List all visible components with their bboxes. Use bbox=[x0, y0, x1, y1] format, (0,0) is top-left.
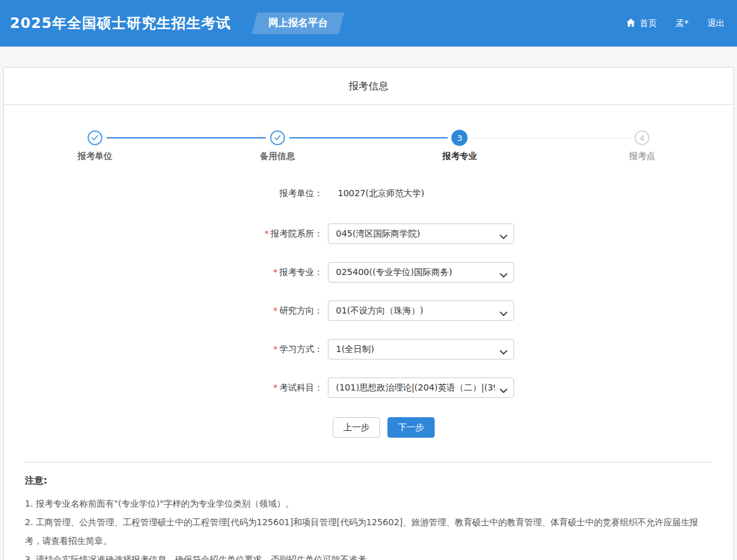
department-label: *报考院系所： bbox=[224, 228, 328, 240]
study-mode-row: *学习方式： 1(全日制) bbox=[4, 339, 733, 359]
nav-home-label: 首页 bbox=[640, 18, 657, 29]
required-asterisk: * bbox=[273, 382, 278, 392]
note-item-2: 2. 工商管理、公共管理、工程管理硕士中的工程管理[代码为125601]和项目管… bbox=[25, 513, 712, 550]
main-card: 报考信息 报考单位 bbox=[3, 67, 734, 560]
step-label: 备用信息 bbox=[260, 151, 295, 162]
required-asterisk: * bbox=[273, 305, 278, 315]
unit-row: 报考单位： 10027(北京师范大学) bbox=[4, 183, 733, 204]
research-direction-row: *研究方向： 01(不设方向（珠海）) bbox=[4, 300, 733, 321]
required-asterisk: * bbox=[265, 228, 269, 238]
stepper: 报考单位 备用信息 3 报考专业 bbox=[4, 130, 733, 162]
step-circle-done bbox=[270, 130, 285, 145]
header-bar: 2025年全国硕士研究生招生考试 网上报名平台 首页 孟* 退出 bbox=[0, 0, 737, 47]
research-direction-select[interactable]: 01(不设方向（珠海）) bbox=[328, 300, 514, 321]
nav-logout-link[interactable]: 退出 bbox=[707, 18, 725, 29]
chevron-down-icon bbox=[500, 270, 507, 280]
research-direction-label: *研究方向： bbox=[224, 305, 328, 317]
step-label: 报考点 bbox=[629, 151, 655, 162]
major-select[interactable]: 025400((专业学位)国际商务) bbox=[328, 262, 514, 282]
check-icon bbox=[274, 133, 281, 143]
step-item-backup-info: 备用信息 bbox=[186, 130, 369, 162]
required-asterisk: * bbox=[273, 267, 278, 277]
check-icon bbox=[91, 133, 99, 143]
next-step-button[interactable]: 下一步 bbox=[387, 417, 435, 438]
home-icon bbox=[626, 18, 636, 29]
notes-heading: 注意: bbox=[25, 475, 712, 487]
step-number: 3 bbox=[457, 133, 462, 143]
nav-username[interactable]: 孟* bbox=[676, 18, 689, 29]
unit-value: 10027(北京师范大学) bbox=[328, 188, 424, 199]
department-row: *报考院系所： 045(湾区国际商学院) bbox=[4, 224, 733, 244]
step-item-unit: 报考单位 bbox=[4, 130, 186, 162]
study-mode-label: *学习方式： bbox=[224, 344, 328, 355]
unit-label: 报考单位： bbox=[224, 188, 328, 199]
chevron-down-icon bbox=[500, 232, 507, 242]
step-circle-done bbox=[88, 130, 102, 145]
exam-subjects-select[interactable]: (101)思想政治理论|(204)英语（二）|(39… bbox=[328, 377, 514, 398]
page-title: 报考信息 bbox=[4, 68, 733, 105]
chevron-down-icon bbox=[500, 386, 507, 395]
required-asterisk: * bbox=[273, 344, 278, 354]
prev-step-button[interactable]: 上一步 bbox=[333, 417, 380, 438]
form-buttons: 上一步 下一步 bbox=[4, 417, 733, 438]
study-mode-select[interactable]: 1(全日制) bbox=[328, 339, 514, 359]
note-item-3: 3. 请结合实际情况准确选择报考信息，确保符合招生单位要求，否则招生单位可能不准… bbox=[25, 550, 712, 560]
platform-badge: 网上报名平台 bbox=[255, 12, 341, 34]
note-item-1: 1. 报考专业名称前面有"(专业学位)"字样的为专业学位类别（领域）。 bbox=[25, 494, 712, 513]
step-item-exam-site: 4 报考点 bbox=[551, 130, 733, 162]
platform-badge-label: 网上报名平台 bbox=[268, 17, 328, 30]
step-item-major: 3 报考专业 bbox=[369, 130, 551, 162]
app-title: 2025年全国硕士研究生招生考试 bbox=[10, 14, 231, 33]
chevron-down-icon bbox=[500, 309, 507, 318]
step-label: 报考专业 bbox=[442, 151, 477, 162]
exam-subjects-row: *考试科目： (101)思想政治理论|(204)英语（二）|(39… bbox=[4, 377, 733, 398]
step-circle-pending: 4 bbox=[635, 130, 649, 145]
notes-section: 注意: 1. 报考专业名称前面有"(专业学位)"字样的为专业学位类别（领域）。 … bbox=[4, 463, 733, 560]
step-circle-active: 3 bbox=[451, 130, 468, 146]
nav-home-link[interactable]: 首页 bbox=[626, 18, 657, 29]
major-label: *报考专业： bbox=[224, 267, 328, 278]
step-number: 4 bbox=[640, 133, 644, 143]
registration-form: 报考单位： 10027(北京师范大学) *报考院系所： 045(湾区国际商学院)… bbox=[4, 183, 733, 438]
step-label: 报考单位 bbox=[78, 151, 112, 162]
exam-subjects-label: *考试科目： bbox=[224, 382, 328, 394]
major-row: *报考专业： 025400((专业学位)国际商务) bbox=[4, 262, 733, 282]
header-nav: 首页 孟* 退出 bbox=[626, 18, 725, 29]
chevron-down-icon bbox=[500, 347, 507, 357]
department-select[interactable]: 045(湾区国际商学院) bbox=[328, 224, 514, 244]
